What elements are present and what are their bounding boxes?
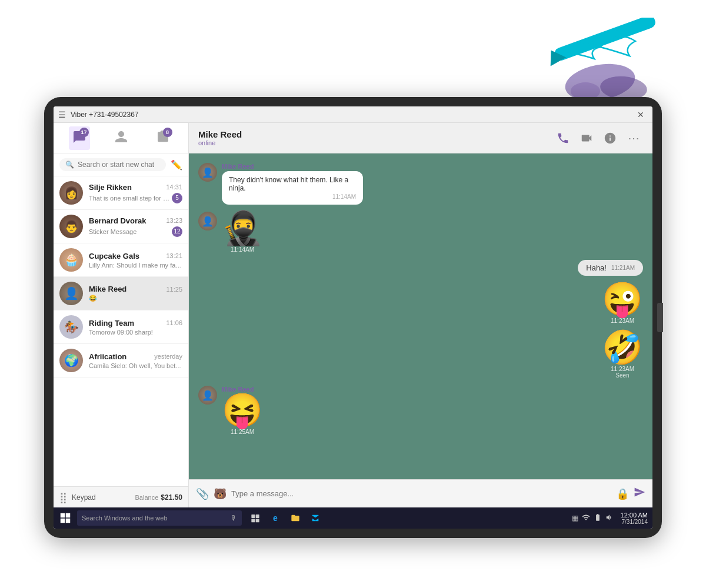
msg-time-m2: 11:14AM <box>222 246 263 253</box>
message-row-m6: 👤 Mike Reed 😝 11:25AM <box>198 386 643 435</box>
chat-preview-africat: Camila Sielo: Oh well, You better know i… <box>89 362 182 369</box>
chat-item-bernard[interactable]: 👨 Bernard Dvorak 13:23 Sticker Message 1… <box>54 210 188 243</box>
attachment-icon[interactable]: 📎 <box>196 487 209 500</box>
nav-contacts[interactable] <box>111 126 132 150</box>
chat-name-silje: Silje Rikken <box>89 183 132 192</box>
sidebar: 17 8 <box>54 123 189 507</box>
new-chat-icon[interactable]: ✏️ <box>171 159 182 171</box>
search-input-wrapper[interactable]: 🔍 <box>59 158 166 171</box>
search-input[interactable] <box>78 161 160 169</box>
taskbar-folder-icon[interactable] <box>287 509 304 527</box>
chat-item-riding[interactable]: 🏇 Riding Team 11:06 Tomorow 09:00 sharp! <box>54 310 188 344</box>
sticker-m6: 😝 <box>222 394 263 427</box>
chat-preview-mike: 😂 <box>89 295 182 302</box>
messages-area: 👤 Mike Reed They didn't know what hit th… <box>189 153 652 479</box>
contacts-icon <box>114 130 128 144</box>
close-button[interactable]: ✕ <box>634 109 648 121</box>
haha-bubble-m3: Haha! 11:21AM <box>578 260 643 276</box>
msg-bubble-m1: They didn't know what hit them. Like a n… <box>222 171 363 205</box>
taskbar-start-button[interactable] <box>56 509 75 527</box>
avatar-silje: 👩 <box>59 181 83 205</box>
chat-preview-text-mike: 😂 <box>89 295 182 302</box>
chat-name-bernard: Bernard Dvorak <box>89 216 146 225</box>
keypad-dots-icon: ⣿ <box>59 491 67 504</box>
video-call-button[interactable] <box>577 129 596 148</box>
avatar-cupcake: 🧁 <box>59 248 83 272</box>
message-row-m5: 🤣 11:23AM Seen <box>198 331 643 379</box>
svg-rect-7 <box>61 519 65 523</box>
chat-item-africat[interactable]: 🌍 Afriication yesterday Camila Sielo: Oh… <box>54 344 188 377</box>
chat-item-silje[interactable]: 👩 Silje Rikken 14:31 That is one small s… <box>54 176 188 210</box>
nav-camera[interactable]: 8 <box>152 126 174 150</box>
battery-icon[interactable] <box>594 513 602 523</box>
svg-rect-3 <box>553 18 657 62</box>
svg-rect-6 <box>66 513 71 518</box>
message-row-m3: Haha! 11:21AM <box>198 260 643 276</box>
chat-header-silje: Silje Rikken 14:31 <box>89 183 182 192</box>
bubble-wrap-m4: 😜 11:23AM <box>602 283 643 324</box>
chat-time-mike: 11:25 <box>166 286 182 293</box>
search-icon: 🔍 <box>65 161 74 169</box>
chat-preview-text-bernard: Sticker Message <box>89 228 169 235</box>
svg-rect-12 <box>256 519 259 522</box>
msg-time-m4: 11:23AM <box>611 318 634 324</box>
volume-icon[interactable] <box>605 513 614 523</box>
message-row-m1: 👤 Mike Reed They didn't know what hit th… <box>198 163 643 205</box>
taskbar-store-icon[interactable] <box>307 509 324 527</box>
send-button[interactable] <box>634 486 645 501</box>
message-input[interactable] <box>231 489 611 498</box>
avatar-riding: 🏇 <box>59 315 83 339</box>
keypad-balance-amount: $21.50 <box>161 493 182 502</box>
contact-name: Mike Reed <box>198 129 554 139</box>
clock-date: 7/31/2014 <box>621 519 648 525</box>
message-row-m4: 😜 11:23AM <box>198 283 643 324</box>
sticker-m2: 🥷 <box>222 212 263 245</box>
app-title: Viber +731-49502367 <box>71 111 634 119</box>
call-button[interactable] <box>554 129 572 148</box>
taskbar-multitask-icon[interactable] <box>247 509 264 527</box>
taskbar-search-text: Search Windows and the web <box>82 514 230 522</box>
avatar-mike: 👤 <box>59 282 83 305</box>
chat-header-mike: Mike Reed 11:25 <box>89 285 182 293</box>
taskbar-search[interactable]: Search Windows and the web 🎙 <box>77 510 242 526</box>
sticker-icon[interactable]: 🐻 <box>214 487 227 500</box>
notification-icon[interactable]: ▦ <box>572 514 578 522</box>
chat-header-riding: Riding Team 11:06 <box>89 319 182 328</box>
chat-info-riding: Riding Team 11:06 Tomorow 09:00 sharp! <box>89 319 182 336</box>
chat-item-cupcake[interactable]: 🧁 Cupcake Gals 13:21 Lilly Ann: Should I… <box>54 243 188 277</box>
unread-badge-silje: 5 <box>172 193 182 203</box>
nav-chats[interactable]: 17 <box>69 126 90 150</box>
chat-header-bernard: Bernard Dvorak 13:23 <box>89 216 182 225</box>
taskbar: Search Windows and the web 🎙 e <box>54 507 652 529</box>
menu-icon[interactable]: ☰ <box>58 110 66 119</box>
chat-item-mike[interactable]: 👤 Mike Reed 11:25 😂 <box>54 277 188 310</box>
bubble-wrap-m3: Haha! 11:21AM <box>578 260 643 276</box>
wifi-icon[interactable] <box>582 513 590 523</box>
svg-rect-10 <box>256 514 259 518</box>
avatar-africat: 🌍 <box>59 349 83 372</box>
msg-seen-m5: Seen <box>615 372 629 379</box>
camera-badge: 8 <box>163 128 172 137</box>
chat-header-bar: Mike Reed online <box>189 123 652 153</box>
sidebar-nav: 17 8 <box>54 123 188 153</box>
svg-rect-9 <box>251 514 255 518</box>
chat-list: 👩 Silje Rikken 14:31 That is one small s… <box>54 176 188 486</box>
unread-badge-bernard: 12 <box>172 226 182 237</box>
taskbar-clock[interactable]: 12:00 AM 7/31/2014 <box>621 512 648 525</box>
bubble-wrap-m5: 🤣 11:23AM Seen <box>602 331 643 379</box>
chat-preview-text-riding: Tomorow 09:00 sharp! <box>89 329 182 336</box>
more-button[interactable]: ⋯ <box>624 129 643 148</box>
chat-preview-silje: That is one small step for you, but one … <box>89 193 182 203</box>
info-button[interactable] <box>601 129 620 148</box>
avatar-bernard: 👨 <box>59 215 83 238</box>
svg-rect-8 <box>66 519 71 523</box>
keypad-bar[interactable]: ⣿ Keypad Balance $21.50 <box>54 486 188 507</box>
bubble-wrap-m6: Mike Reed 😝 11:25AM <box>222 386 263 435</box>
msg-time-m6: 11:25AM <box>222 429 263 435</box>
message-row-m2: 👤 🥷 11:14AM <box>198 212 643 253</box>
taskbar-ie-icon[interactable]: e <box>267 509 284 527</box>
windows-button[interactable] <box>657 303 663 332</box>
chat-preview-text-silje: That is one small step for you, but one … <box>89 195 169 202</box>
lock-icon: 🔒 <box>616 487 629 500</box>
message-input-bar: 📎 🐻 🔒 <box>189 479 652 507</box>
